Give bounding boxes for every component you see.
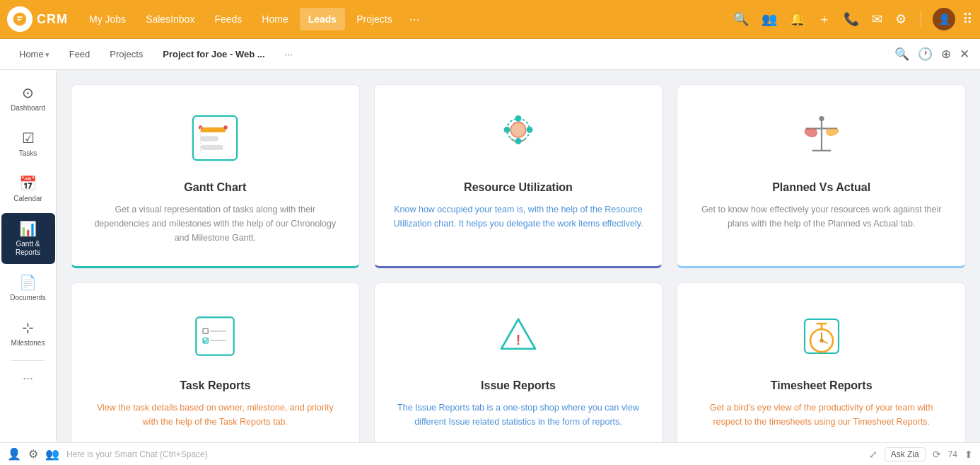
search-icon[interactable]: 🔍 (730, 8, 752, 30)
sidebar-label-dashboard: Dashboard (11, 104, 45, 113)
top-navigation: CRM My Jobs SalesInbox Feeds Home Leads … (0, 0, 980, 39)
grid-icon[interactable]: ⠿ (962, 11, 973, 28)
svg-point-7 (511, 122, 525, 137)
planned-card-icon (790, 106, 853, 170)
issue-card-title: Issue Reports (481, 379, 556, 392)
bottom-user-icon: 👤 (7, 447, 21, 461)
sidebar-item-milestones[interactable]: ⊹ Milestones (1, 312, 55, 355)
dashboard-icon: ⊙ (22, 84, 34, 101)
ask-zia-button[interactable]: Ask Zia (885, 447, 926, 461)
sidebar-item-gantt[interactable]: 📊 Gantt &Reports (1, 213, 55, 264)
logo[interactable]: CRM (7, 6, 68, 32)
sidebar-label-calendar: Calendar (13, 195, 42, 203)
timesheet-card-desc: Get a bird's eye view of the productivit… (695, 401, 947, 429)
nav-leads[interactable]: Leads (300, 8, 345, 30)
gantt-card-icon (183, 106, 247, 170)
svg-rect-1 (201, 127, 226, 132)
content-area: Gantt Chart Get a visual representation … (57, 70, 980, 465)
toolbar-close-icon[interactable]: ✕ (959, 47, 969, 62)
bottom-right: ⤢ Ask Zia ⟳ 74 ⬆ (869, 447, 973, 461)
sidebar-item-calendar[interactable]: 📅 Calendar (1, 168, 55, 210)
contacts-icon[interactable]: 👥 (759, 8, 780, 30)
sidebar-label-tasks: Tasks (19, 149, 37, 158)
timesheet-card-icon (790, 304, 853, 368)
nav-salesinbox[interactable]: SalesInbox (137, 8, 203, 30)
task-card-title: Task Reports (180, 379, 250, 392)
card-planned[interactable]: Planned Vs Actual Get to know how effect… (677, 84, 966, 268)
resource-card-title: Resource Utilization (464, 181, 573, 194)
nav-projects[interactable]: Projects (348, 8, 401, 30)
nav-right-icons: 🔍 👥 🔔 ＋ 📞 ✉ ⚙ 👤 ⠿ (730, 8, 973, 30)
card-issue[interactable]: ! Issue Reports The Issue Reports tab is… (374, 282, 663, 451)
task-card-desc: View the task details based on owner, mi… (89, 401, 342, 429)
sidebar: ⊙ Dashboard ☑ Tasks 📅 Calendar 📊 Gantt &… (0, 70, 57, 465)
toolbar-right: 🔍 🕐 ⊕ ✕ (894, 47, 969, 62)
card-timesheet[interactable]: Timesheet Reports Get a bird's eye view … (677, 282, 966, 451)
svg-point-11 (515, 115, 522, 122)
phone-icon[interactable]: 📞 (841, 8, 862, 30)
gantt-card-title: Gantt Chart (184, 181, 246, 194)
tab-project-joe[interactable]: Project for Joe - Web ... (154, 45, 273, 64)
tab-projects[interactable]: Projects (101, 45, 151, 64)
nav-my-jobs[interactable]: My Jobs (81, 8, 134, 30)
planned-card-title: Planned Vs Actual (772, 181, 870, 194)
toolbar-clock-icon[interactable]: 🕐 (918, 47, 933, 62)
logo-icon (7, 6, 33, 32)
sidebar-label-documents: Documents (10, 294, 46, 302)
svg-point-10 (527, 127, 533, 133)
resource-card-desc: Know how occupied your team is, with the… (392, 202, 645, 231)
task-card-icon (183, 304, 247, 368)
bottom-expand-icon[interactable]: ⤢ (869, 449, 877, 460)
second-toolbar: Home▾ Feed Projects Project for Joe - We… (0, 39, 980, 70)
sidebar-more[interactable]: ··· (18, 367, 37, 390)
svg-point-5 (224, 125, 228, 129)
timesheet-card-title: Timesheet Reports (771, 379, 873, 392)
bottom-refresh-icon[interactable]: ⟳ (933, 449, 941, 460)
bottom-arrow-icon[interactable]: ⬆ (964, 449, 973, 460)
svg-rect-3 (201, 145, 223, 150)
bottom-page-count: 74 (948, 449, 957, 459)
nav-feeds[interactable]: Feeds (206, 8, 250, 30)
main-layout: ⊙ Dashboard ☑ Tasks 📅 Calendar 📊 Gantt &… (0, 70, 980, 465)
nav-items: My Jobs SalesInbox Feeds Home Leads Proj… (81, 8, 730, 30)
mail-icon[interactable]: ✉ (869, 8, 885, 30)
resource-card-icon (486, 106, 550, 170)
bottom-people-icon: 👥 (45, 447, 59, 461)
milestones-icon: ⊹ (22, 319, 34, 336)
sidebar-item-dashboard[interactable]: ⊙ Dashboard (1, 77, 55, 120)
svg-point-15 (819, 116, 824, 121)
tab-more[interactable]: ··· (276, 45, 301, 64)
bottom-settings-icon: ⚙ (28, 447, 38, 461)
issue-card-icon: ! (486, 304, 550, 368)
svg-rect-2 (201, 136, 218, 141)
nav-divider (921, 11, 921, 28)
sidebar-divider (11, 360, 45, 361)
logo-text: CRM (37, 12, 68, 27)
smart-chat-label[interactable]: Here is your Smart Chat (Ctrl+Space) (66, 449, 208, 459)
nav-more[interactable]: ··· (404, 9, 426, 30)
card-resource[interactable]: Resource Utilization Know how occupied y… (374, 84, 663, 268)
bottom-bar: 👤 ⚙ 👥 Here is your Smart Chat (Ctrl+Spac… (0, 442, 980, 465)
nav-home[interactable]: Home (253, 8, 296, 30)
toolbar-add-icon[interactable]: ⊕ (941, 47, 951, 62)
tab-home[interactable]: Home▾ (11, 45, 58, 64)
notifications-icon[interactable]: 🔔 (787, 8, 808, 30)
sidebar-label-gantt: Gantt &Reports (16, 240, 40, 257)
svg-point-12 (515, 138, 522, 144)
tasks-icon: ☑ (22, 130, 35, 147)
card-task[interactable]: Task Reports View the task details based… (71, 282, 360, 451)
sidebar-item-documents[interactable]: 📄 Documents (1, 267, 55, 309)
add-icon[interactable]: ＋ (815, 8, 834, 30)
svg-point-9 (504, 127, 511, 133)
tab-feed[interactable]: Feed (61, 45, 99, 64)
sidebar-item-tasks[interactable]: ☑ Tasks (1, 122, 55, 165)
issue-card-desc: The Issue Reports tab is a one-stop shop… (392, 401, 645, 429)
sidebar-label-milestones: Milestones (11, 339, 45, 348)
svg-text:!: ! (516, 332, 521, 348)
tools-icon[interactable]: ⚙ (892, 8, 909, 30)
gantt-card-desc: Get a visual representation of tasks alo… (89, 202, 342, 245)
toolbar-search-icon[interactable]: 🔍 (894, 47, 909, 62)
gantt-icon: 📊 (19, 220, 37, 237)
avatar[interactable]: 👤 (933, 8, 955, 30)
card-gantt[interactable]: Gantt Chart Get a visual representation … (71, 84, 360, 268)
